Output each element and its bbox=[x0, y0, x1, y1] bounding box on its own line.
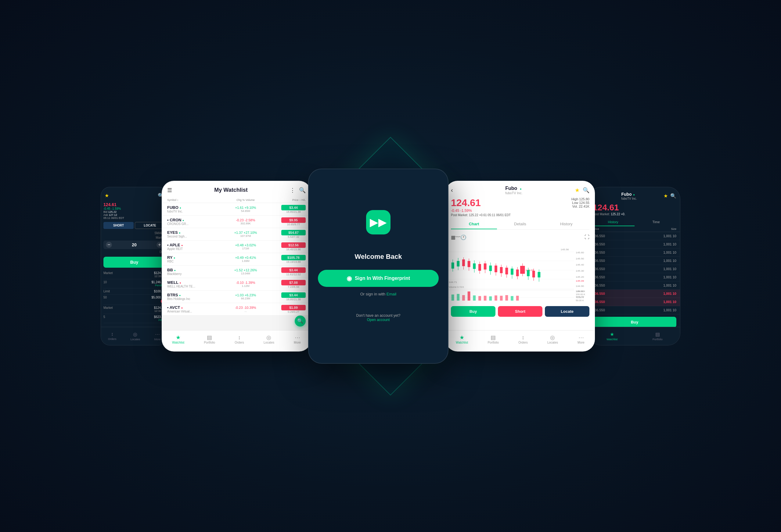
star-icon[interactable]: ★ bbox=[105, 193, 109, 198]
order-row-2: 10 $1,246.10 Pending bbox=[104, 279, 165, 289]
buy-button[interactable]: Buy bbox=[104, 257, 165, 268]
nav-watchlist[interactable]: ★ Watchlist bbox=[172, 335, 184, 344]
price-btrs: $3.44 bbox=[281, 293, 306, 298]
fingerprint-signin-button[interactable]: ◉ Sign In With Fingerprint bbox=[318, 270, 439, 287]
svg-text:75.00 K: 75.00 K bbox=[576, 296, 584, 299]
locate-button[interactable]: LOCATE bbox=[135, 222, 165, 229]
phone-trading-panel: ★ 🔍 124.61 -0.45 -1.59% Bid 125.22 Ask 1… bbox=[101, 187, 168, 345]
back-button[interactable]: ‹ bbox=[451, 187, 453, 193]
price-aple: $12.56 bbox=[281, 242, 306, 248]
line-chart-icon[interactable]: 〰 bbox=[455, 234, 460, 240]
post-market: Post Market: 125.22 +0. bbox=[589, 213, 680, 216]
search-icon[interactable]: 🔍 bbox=[583, 187, 589, 193]
stock-row-bb[interactable]: BB ● Blackberry +1.52 +12.26% 13.04M $3.… bbox=[162, 266, 311, 278]
bottom-nav-phone1: ↕ Orders ◎ Locates ⋯ More bbox=[101, 327, 167, 345]
search-icon[interactable]: 🔍 bbox=[299, 187, 306, 193]
company-cron: CRONOS GR... bbox=[167, 222, 210, 226]
orders-label: Orders bbox=[518, 341, 528, 344]
favorite-icon[interactable]: ★ bbox=[575, 187, 580, 193]
tab-history[interactable]: History bbox=[591, 218, 634, 226]
svg-rect-63 bbox=[495, 296, 497, 301]
hamburger-icon[interactable]: ☰ bbox=[167, 187, 172, 193]
history-row-7: 136.550 1,001 10 bbox=[589, 281, 680, 290]
change-col-header: Chg % Volume bbox=[210, 198, 281, 202]
or-text: Or sign in with Email bbox=[360, 292, 397, 296]
price-col-header: Price ↕ H/L bbox=[281, 198, 306, 202]
nav-more[interactable]: ⋯ More bbox=[154, 331, 161, 341]
nav-more[interactable]: ⋯ More bbox=[577, 335, 584, 344]
email-link[interactable]: Email bbox=[386, 292, 397, 296]
svg-text:145.60: 145.60 bbox=[576, 251, 584, 254]
open-account-link[interactable]: Open account bbox=[367, 318, 390, 322]
nav-watchlist[interactable]: ★ Watchlist bbox=[607, 331, 617, 341]
change-ry: +0.49 +0.41% bbox=[210, 256, 281, 259]
nav-orders[interactable]: ↕ Orders bbox=[518, 335, 528, 344]
more-icon[interactable]: ⋮ bbox=[290, 187, 295, 193]
order-row-4: 50 $5,000.00 ✕ bbox=[104, 295, 165, 305]
short-button[interactable]: SHORT bbox=[104, 222, 134, 229]
column-headers: Symbol ↕ Chg % Volume Price ↕ H/L bbox=[162, 197, 311, 203]
hl-btrs: 18.85/21.38 bbox=[281, 298, 306, 301]
volume-aple: 171M bbox=[210, 247, 281, 250]
svg-rect-8 bbox=[452, 263, 454, 269]
nav-locates[interactable]: ◎ Locates bbox=[131, 331, 140, 341]
tab-chart[interactable]: Chart bbox=[451, 219, 497, 229]
buy-button[interactable]: Buy bbox=[593, 317, 676, 327]
nav-orders[interactable]: ↕ Orders bbox=[235, 335, 244, 344]
buy-button[interactable]: Buy bbox=[451, 306, 495, 317]
hl-bb: 11.61/12.52 bbox=[281, 273, 306, 276]
svg-text:144.71: 144.71 bbox=[449, 280, 457, 283]
quantity-stepper[interactable]: − 20 + bbox=[104, 240, 165, 249]
stock-row-well[interactable]: WELL ● WELL HEALTH TE... -0.10 -1.39% 1.… bbox=[162, 278, 311, 291]
bottom-nav-history: ★ Watchlist ▤ Portfolio bbox=[589, 327, 680, 345]
stock-row-ry[interactable]: RY ● RBC +0.49 +0.41% 1.69M $105.78 19.1… bbox=[162, 253, 311, 266]
more-icon: ⋯ bbox=[295, 335, 300, 340]
change-eyes: +1.37 +27.10% bbox=[210, 231, 281, 234]
symbol-well: WELL ● bbox=[167, 280, 210, 285]
svg-text:145.30: 145.30 bbox=[576, 269, 584, 272]
locates-icon: ◎ bbox=[550, 335, 555, 340]
market-time: 05:11 06/01 EDT bbox=[104, 216, 165, 220]
svg-rect-66 bbox=[511, 296, 513, 301]
symbol-btrs: BTRS ● bbox=[167, 293, 210, 297]
stock-row-fubo[interactable]: FUBO ● fuboTV Inc. +1.61 +9.10% 54.65M $… bbox=[162, 203, 311, 216]
stock-row-btrs[interactable]: BTRS ● Btrs Holdings Inc +1.03 +6.23% 66… bbox=[162, 291, 311, 303]
search-fab[interactable]: 🔍 bbox=[295, 316, 306, 326]
nav-portfolio[interactable]: ▤ Portfolio bbox=[488, 335, 499, 344]
change-btrs: +1.03 +6.23% bbox=[210, 293, 281, 297]
star-icon[interactable]: ★ bbox=[663, 193, 668, 199]
orders-label: Orders bbox=[235, 341, 244, 344]
fullscreen-icon[interactable]: ⛶ bbox=[584, 234, 589, 240]
decrement-button[interactable]: − bbox=[106, 242, 112, 248]
symbol-bb: BB ● bbox=[167, 268, 210, 272]
nav-portfolio[interactable]: ▤ Portfolio bbox=[653, 331, 663, 341]
stock-row-cron[interactable]: • CRON ● CRONOS GR... -0.23 -2.58% 302.8… bbox=[162, 216, 311, 228]
nav-locates[interactable]: ◎ Locates bbox=[263, 335, 274, 344]
nav-portfolio[interactable]: ▤ Portfolio bbox=[204, 335, 215, 344]
tab-time[interactable]: Time bbox=[634, 218, 677, 226]
nav-locates[interactable]: ◎ Locates bbox=[547, 335, 558, 344]
tab-history[interactable]: History bbox=[543, 219, 589, 229]
company-eyes: Second Sigh... bbox=[167, 235, 210, 238]
time-in-force-label: Day bbox=[104, 250, 165, 254]
nav-orders[interactable]: ↕ Orders bbox=[108, 331, 117, 341]
order-row-3: Limit $100.00 bbox=[104, 289, 165, 295]
hl-fubo: 18.85/21.38 bbox=[281, 210, 306, 213]
symbol-eyes: EYES ● bbox=[167, 230, 210, 235]
svg-rect-65 bbox=[505, 295, 508, 301]
nav-more[interactable]: ⋯ More bbox=[294, 335, 301, 344]
search-icon[interactable]: 🔍 bbox=[670, 193, 676, 199]
watchlist-title: My Watchlist bbox=[214, 187, 247, 193]
short-button[interactable]: Short bbox=[498, 306, 542, 317]
stock-row-aple[interactable]: • APLE ● Apple REIT +0.48 +3.02% 171M $1… bbox=[162, 240, 311, 253]
nav-watchlist[interactable]: ★ Watchlist bbox=[456, 335, 468, 344]
tab-details[interactable]: Details bbox=[497, 219, 543, 229]
stock-row-eyes[interactable]: EYES ● Second Sigh... +1.37 +27.10% 107.… bbox=[162, 228, 311, 240]
company-aple: Apple REIT bbox=[167, 247, 210, 251]
locates-icon: ◎ bbox=[266, 335, 271, 340]
bar-chart-icon[interactable]: ▦ bbox=[451, 234, 455, 240]
clock-icon[interactable]: 🕐 bbox=[460, 234, 466, 240]
locate-button[interactable]: Locate bbox=[545, 306, 589, 317]
stock-row-avct[interactable]: • AVCT ● American Virtual... -0.23 -10.3… bbox=[162, 303, 311, 316]
action-row: SHORT LOCATE bbox=[104, 222, 165, 229]
